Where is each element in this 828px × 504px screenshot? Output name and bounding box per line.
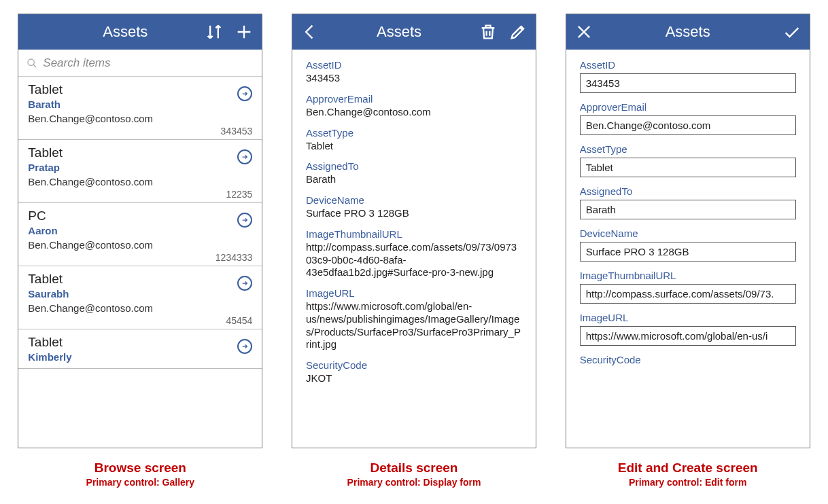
edit-field: ApproverEmail [580, 101, 796, 135]
edit-title: Assets [593, 23, 782, 41]
details-header: Assets [292, 14, 536, 50]
sort-icon[interactable] [205, 22, 224, 41]
detail-field: DeviceName Surface PRO 3 128GB [306, 194, 522, 220]
item-id: 1234333 [28, 252, 252, 263]
item-id: 45454 [28, 315, 252, 326]
gallery-item[interactable]: Tablet Kimberly [18, 329, 262, 369]
item-title: Tablet [28, 335, 252, 350]
field-label: ImageURL [580, 312, 796, 323]
details-title: Assets [320, 23, 479, 41]
caption-subtitle: Primary control: Edit form [618, 477, 758, 488]
edit-field: AssignedTo [580, 185, 796, 219]
detail-field: AssignedTo Barath [306, 160, 522, 186]
item-id: 12235 [28, 189, 252, 200]
details-caption: Details screen Primary control: Display … [347, 461, 481, 488]
edit-field: AssetType [580, 143, 796, 177]
field-label: AssetType [580, 143, 796, 155]
imageurl-input[interactable] [580, 326, 796, 346]
gallery-item[interactable]: PC Aaron Ben.Change@contoso.com 1234333 [18, 203, 262, 266]
field-label: AssetType [306, 127, 522, 139]
search-bar[interactable]: Search items [18, 50, 262, 77]
item-title: PC [28, 209, 252, 223]
field-label: DeviceName [580, 228, 796, 239]
field-label: AssignedTo [306, 160, 522, 172]
field-value: Ben.Change@contoso.com [306, 106, 522, 119]
browse-screen-wrapper: Assets Search items Tablet Barath Ben.Ch… [14, 14, 267, 490]
item-id: 343453 [28, 126, 252, 137]
item-assigned: Aaron [28, 225, 252, 236]
item-email: Ben.Change@contoso.com [28, 176, 252, 187]
item-assigned: Pratap [28, 162, 252, 173]
item-email: Ben.Change@contoso.com [28, 113, 252, 124]
assettype-input[interactable] [580, 158, 796, 177]
gallery[interactable]: Tablet Barath Ben.Change@contoso.com 343… [18, 77, 262, 448]
field-value: Barath [306, 173, 522, 186]
item-assigned: Saurabh [28, 288, 252, 300]
field-label: ImageThumbnailURL [306, 228, 522, 240]
browse-screen: Assets Search items Tablet Barath Ben.Ch… [18, 14, 262, 448]
approveremail-input[interactable] [580, 115, 796, 135]
edit-caption: Edit and Create screen Primary control: … [618, 461, 758, 488]
gallery-item[interactable]: Tablet Saurabh Ben.Change@contoso.com 45… [18, 266, 262, 329]
devicename-input[interactable] [580, 242, 796, 262]
edit-form: AssetID ApproverEmail AssetType Assigned… [566, 50, 810, 448]
item-title: Tablet [28, 272, 252, 287]
edit-field: ImageThumbnailURL [580, 270, 796, 304]
item-email: Ben.Change@contoso.com [28, 302, 252, 314]
detail-field: AssetID 343453 [306, 59, 522, 85]
edit-screen-wrapper: Assets AssetID ApproverEmail AssetType [561, 14, 814, 490]
field-label: ImageThumbnailURL [580, 270, 796, 281]
field-label: ApproverEmail [306, 93, 522, 105]
edit-field: DeviceName [580, 228, 796, 262]
imagethumbnailurl-input[interactable] [580, 284, 796, 304]
edit-field: AssetID [580, 59, 796, 93]
field-label: DeviceName [306, 194, 522, 206]
edit-icon[interactable] [508, 22, 528, 41]
edit-screen: Assets AssetID ApproverEmail AssetType [566, 14, 810, 448]
field-value: https://www.microsoft.com/global/en-us/n… [306, 300, 522, 351]
assetid-input[interactable] [580, 73, 796, 93]
item-assigned: Kimberly [28, 351, 252, 363]
field-label: AssetID [306, 59, 522, 71]
caption-title: Browse screen [86, 461, 195, 475]
field-value: JKOT [306, 372, 522, 385]
field-label: SecurityCode [306, 359, 522, 371]
caption-subtitle: Primary control: Display form [347, 477, 481, 488]
item-assigned: Barath [28, 98, 252, 110]
cancel-icon[interactable] [574, 22, 593, 41]
field-label: AssignedTo [580, 185, 796, 197]
caption-subtitle: Primary control: Gallery [86, 477, 195, 488]
search-icon [27, 58, 37, 69]
caption-title: Edit and Create screen [618, 461, 758, 475]
field-label: AssetID [580, 59, 796, 71]
field-value: Surface PRO 3 128GB [306, 207, 522, 220]
add-icon[interactable] [235, 22, 254, 41]
svg-point-0 [28, 59, 34, 65]
assignedto-input[interactable] [580, 200, 796, 219]
edit-field: ImageURL [580, 312, 796, 346]
detail-field: SecurityCode JKOT [306, 359, 522, 385]
delete-icon[interactable] [479, 22, 498, 41]
caption-title: Details screen [347, 461, 481, 475]
detail-field: ImageURL https://www.microsoft.com/globa… [306, 287, 522, 351]
item-email: Ben.Change@contoso.com [28, 239, 252, 251]
detail-field: AssetType Tablet [306, 127, 522, 153]
display-form: AssetID 343453 ApproverEmail Ben.Change@… [292, 50, 536, 448]
edit-field: SecurityCode [580, 354, 796, 365]
gallery-item[interactable]: Tablet Barath Ben.Change@contoso.com 343… [18, 77, 262, 140]
submit-icon[interactable] [782, 22, 801, 41]
detail-field: ApproverEmail Ben.Change@contoso.com [306, 93, 522, 119]
search-placeholder: Search items [43, 56, 110, 70]
field-label: ApproverEmail [580, 101, 796, 113]
details-screen-wrapper: Assets AssetID 343453 ApproverEmail Ben.… [288, 14, 541, 490]
browse-header: Assets [18, 14, 262, 50]
browse-caption: Browse screen Primary control: Gallery [86, 461, 195, 488]
gallery-item[interactable]: Tablet Pratap Ben.Change@contoso.com 122… [18, 140, 262, 203]
browse-title: Assets [46, 23, 205, 41]
edit-header: Assets [566, 14, 810, 50]
back-icon[interactable] [300, 22, 320, 41]
field-value: Tablet [306, 140, 522, 153]
item-title: Tablet [28, 82, 252, 97]
field-value: 343453 [306, 72, 522, 85]
item-title: Tablet [28, 145, 252, 160]
